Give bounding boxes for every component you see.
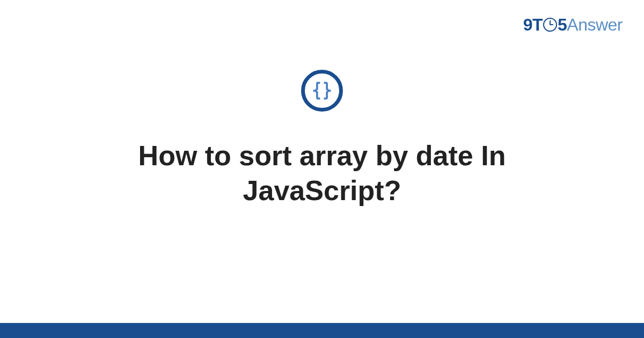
clock-icon xyxy=(543,18,557,32)
article-title: How to sort array by date In JavaScript? xyxy=(80,138,564,208)
logo-text-answer: Answer xyxy=(567,15,623,34)
site-logo: 9T5Answer xyxy=(523,15,623,35)
footer-accent-bar xyxy=(0,323,644,338)
logo-text-5: 5 xyxy=(558,15,567,34)
code-braces-icon xyxy=(310,79,334,102)
topic-badge xyxy=(301,70,343,112)
logo-text-9t: 9T xyxy=(523,15,543,34)
main-content: How to sort array by date In JavaScript? xyxy=(0,70,644,208)
